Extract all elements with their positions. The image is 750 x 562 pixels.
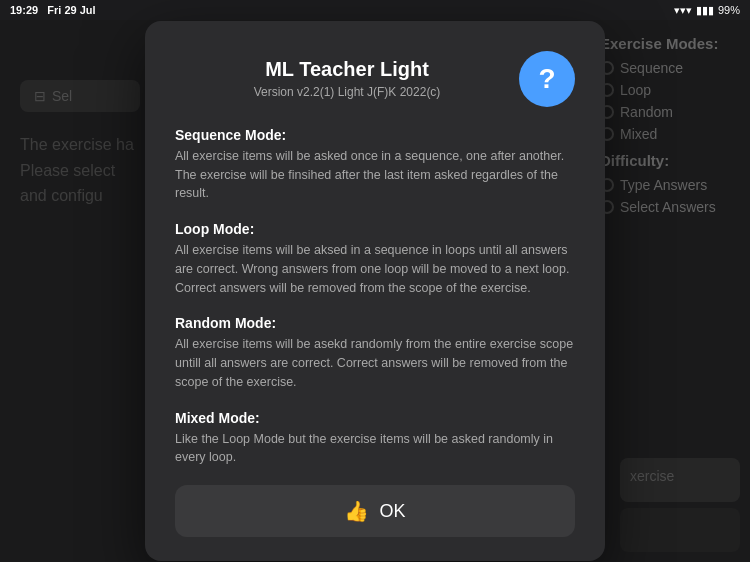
loop-mode-title: Loop Mode: (175, 221, 575, 237)
battery-icon: ▮▮▮ (696, 4, 714, 17)
battery-percent: 99% (718, 4, 740, 16)
modal-header: ML Teacher Light Version v2.2(1) Light J… (175, 51, 575, 107)
random-mode-text: All exercise items will be asekd randoml… (175, 335, 575, 391)
status-right: ▾▾▾ ▮▮▮ 99% (674, 4, 740, 17)
wifi-icon: ▾▾▾ (674, 4, 692, 17)
help-modal: ML Teacher Light Version v2.2(1) Light J… (145, 21, 605, 561)
sequence-mode-text: All exercise items will be asked once in… (175, 147, 575, 203)
thumbs-up-icon: 👍 (344, 499, 369, 523)
sequence-mode-title: Sequence Mode: (175, 127, 575, 143)
section-random: Random Mode: All exercise items will be … (175, 315, 575, 391)
ok-button[interactable]: 👍 OK (175, 485, 575, 537)
section-mixed: Mixed Mode: Like the Loop Mode but the e… (175, 410, 575, 468)
modal-overlay: ML Teacher Light Version v2.2(1) Light J… (0, 20, 750, 562)
modal-subtitle: Version v2.2(1) Light J(F)K 2022(c) (175, 85, 519, 99)
status-bar: 19:29 Fri 29 Jul ▾▾▾ ▮▮▮ 99% (0, 0, 750, 20)
mixed-mode-text: Like the Loop Mode but the exercise item… (175, 430, 575, 468)
mixed-mode-title: Mixed Mode: (175, 410, 575, 426)
random-mode-title: Random Mode: (175, 315, 575, 331)
loop-mode-text: All exercise items will be aksed in a se… (175, 241, 575, 297)
modal-title-area: ML Teacher Light Version v2.2(1) Light J… (175, 58, 519, 99)
help-icon: ? (519, 51, 575, 107)
modal-title: ML Teacher Light (175, 58, 519, 81)
status-time: 19:29 Fri 29 Jul (10, 4, 96, 16)
section-sequence: Sequence Mode: All exercise items will b… (175, 127, 575, 203)
section-loop: Loop Mode: All exercise items will be ak… (175, 221, 575, 297)
ok-label: OK (379, 501, 405, 522)
